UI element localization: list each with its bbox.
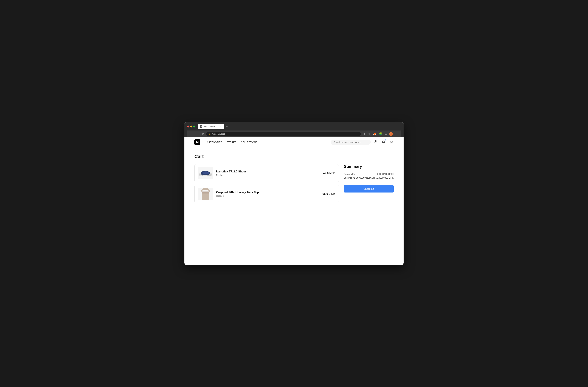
browser-actions: ⬆ ☆ 🦊 🧩 ▭ ⋮ [362, 132, 398, 136]
refresh-button[interactable]: ↻ [201, 132, 205, 136]
search-input[interactable] [331, 140, 371, 145]
svg-point-14 [204, 192, 206, 193]
svg-point-6 [202, 172, 209, 174]
nav-collections[interactable]: COLLECTIONS [241, 141, 257, 144]
lock-icon: 🔒 [209, 133, 211, 135]
main-content: Cart [185, 147, 403, 210]
subtotal-label: Subtotal [344, 176, 352, 179]
cart-item-brand: Reebok [216, 195, 319, 197]
cart-item-name: Cropped Fitted Jersey Tank Top [216, 191, 319, 194]
tab-favicon: M [200, 125, 202, 128]
extension-button[interactable]: 🦊 [372, 132, 377, 136]
cart-item-brand: Reebok [216, 174, 320, 176]
cart-layout: Nanoflex TR 2.0 Shoes Reebok 42.0 NSD [194, 164, 394, 203]
new-tab-button[interactable]: + [225, 125, 229, 129]
tab-end-space: ⌄ [230, 126, 401, 129]
svg-rect-10 [205, 175, 207, 176]
nav-categories[interactable]: CATEGORIES [207, 141, 222, 144]
tank-top-product-image [200, 188, 211, 200]
site-logo[interactable]: M [194, 139, 200, 145]
bookmark-button[interactable]: ☆ [367, 132, 371, 136]
nav-stores[interactable]: STORES [227, 141, 236, 144]
bell-icon [382, 140, 385, 144]
cart-item: Cropped Fitted Jersey Tank Top Reebok 65… [194, 185, 339, 203]
puzzle-button[interactable]: 🧩 [378, 132, 383, 136]
active-tab[interactable]: M melcor.io/cart ✕ [198, 124, 224, 129]
share-button[interactable]: ⬆ [362, 132, 366, 136]
profile-avatar[interactable] [389, 132, 393, 136]
cart-item-image-top [198, 188, 213, 200]
maximize-traffic-light[interactable] [193, 126, 195, 128]
cart-item-name: Nanoflex TR 2.0 Shoes [216, 170, 320, 173]
network-fee-value: 0.00004030 ETH [377, 173, 394, 175]
cart-icon [389, 140, 393, 144]
notification-badge [385, 139, 386, 141]
svg-rect-8 [200, 175, 202, 176]
cart-item-image-shoe [198, 167, 213, 179]
cart-item-info: Cropped Fitted Jersey Tank Top Reebok [216, 191, 319, 197]
cart-item-info: Nanoflex TR 2.0 Shoes Reebok [216, 170, 320, 176]
svg-rect-11 [203, 188, 208, 190]
address-input[interactable]: 🔒 melcor.io/cart [206, 132, 361, 136]
summary-network-fee-row: Network Fee 0.00004030 ETH [344, 173, 394, 175]
tab-bar: M melcor.io/cart ✕ + ⌄ [198, 124, 401, 129]
user-icon [374, 140, 378, 144]
cart-items: Nanoflex TR 2.0 Shoes Reebok 42.0 NSD [194, 164, 339, 203]
summary-title: Summary [344, 164, 394, 169]
tab-chevron-icon: ⌄ [399, 126, 401, 128]
notifications-button[interactable] [381, 139, 386, 145]
network-fee-label: Network Fee [344, 173, 356, 175]
title-bar: M melcor.io/cart ✕ + ⌄ ← → ↻ 🔒 melcor.io… [185, 122, 403, 137]
traffic-lights [187, 126, 195, 128]
cart-item-price: 42.0 NSD [323, 172, 335, 175]
svg-point-0 [375, 140, 376, 142]
summary-subtotal-row: Subtotal 42.00000000 NSD and 65.00000000… [344, 176, 394, 179]
close-traffic-light[interactable] [187, 126, 189, 128]
cart-button[interactable] [389, 139, 394, 145]
tab-title: melcor.io/cart [204, 125, 218, 128]
cart-item: Nanoflex TR 2.0 Shoes Reebok 42.0 NSD [194, 164, 339, 182]
browser-window: M melcor.io/cart ✕ + ⌄ ← → ↻ 🔒 melcor.io… [185, 122, 403, 265]
checkout-button[interactable]: Checkout [344, 185, 394, 193]
svg-rect-9 [203, 175, 205, 176]
site-nav: M CATEGORIES STORES COLLECTIONS [185, 137, 403, 147]
site-content: M CATEGORIES STORES COLLECTIONS [185, 137, 403, 265]
minimize-traffic-light[interactable] [190, 126, 192, 128]
shoe-product-image [199, 169, 212, 178]
nav-links: CATEGORIES STORES COLLECTIONS [207, 141, 257, 144]
tab-close-button[interactable]: ✕ [220, 125, 222, 128]
sidebar-button[interactable]: ▭ [384, 132, 388, 136]
summary-panel: Summary Network Fee 0.00004030 ETH Subto… [344, 164, 394, 193]
svg-point-1 [390, 143, 391, 143]
user-icon-button[interactable] [373, 139, 378, 145]
forward-button[interactable]: → [195, 132, 199, 136]
menu-button[interactable]: ⋮ [394, 132, 398, 136]
address-text: melcor.io/cart [212, 133, 225, 135]
back-button[interactable]: ← [190, 132, 194, 136]
subtotal-value: 42.00000000 NSD and 65.00000000 LINK [353, 176, 394, 179]
address-bar: ← → ↻ 🔒 melcor.io/cart ⬆ ☆ 🦊 🧩 ▭ ⋮ [187, 131, 401, 137]
nav-right [331, 139, 394, 145]
svg-point-2 [392, 143, 392, 143]
cart-item-price: 65.0 LINK [323, 192, 335, 196]
page-title: Cart [194, 154, 394, 159]
